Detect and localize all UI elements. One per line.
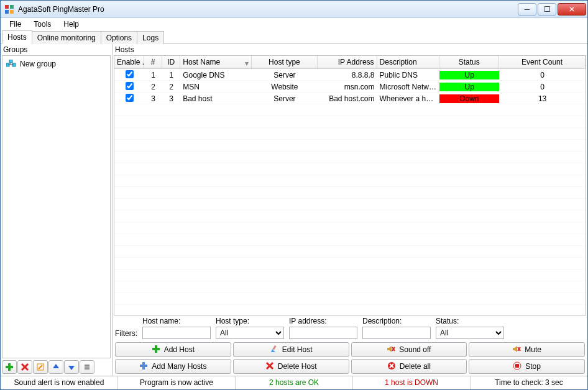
app-icon [4, 4, 14, 14]
svg-rect-23 [272, 345, 276, 350]
cell-host-type: Server [252, 71, 317, 79]
plus-icon [139, 361, 148, 372]
table-row[interactable]: 22MSNWebsitemsn.comMicrosoft Network ...… [114, 81, 586, 93]
cell-id: 2 [162, 83, 180, 91]
tree-item-new-group[interactable]: New group [5, 58, 108, 70]
close-button[interactable]: ✕ [558, 3, 586, 16]
cell-enable [114, 70, 144, 80]
window-title: AgataSoft PingMaster Pro [18, 5, 517, 14]
col-host-type[interactable]: Host type [252, 56, 317, 68]
status-sound: Sound alert is now enabled [1, 376, 118, 389]
filter-ip-input[interactable] [289, 327, 357, 339]
svg-marker-27 [513, 346, 517, 352]
svg-marker-22 [271, 349, 275, 352]
delete-all-button[interactable]: Delete all [351, 359, 467, 374]
filter-host-type-select[interactable]: All [216, 327, 284, 339]
delete-host-button[interactable]: Delete Host [233, 359, 349, 374]
tab-options[interactable]: Options [101, 31, 137, 44]
cell-status: Up [439, 71, 499, 79]
cell-host-type: Server [252, 94, 317, 103]
groups-panel: Groups New group [1, 44, 113, 376]
add-host-button[interactable]: Add Host [115, 342, 231, 357]
delete-group-button[interactable] [17, 360, 32, 374]
cell-description: Public DNS [377, 71, 440, 79]
menu-help[interactable]: Help [57, 19, 85, 30]
move-down-button[interactable] [64, 360, 79, 374]
maximize-button[interactable]: ☐ [538, 3, 556, 16]
table-row[interactable]: 11Google DNSServer8.8.8.8Public DNSUp0 [114, 69, 586, 81]
col-event-count[interactable]: Event Count [499, 56, 586, 68]
tab-online-monitoring[interactable]: Online monitoring [32, 31, 101, 44]
grid-header: Enable ... # ID Host Name▾ Host type IP … [114, 56, 586, 69]
col-description[interactable]: Description [377, 56, 440, 68]
filter-status-select[interactable]: All [436, 327, 504, 339]
svg-rect-0 [5, 5, 9, 9]
tab-logs[interactable]: Logs [137, 31, 164, 44]
filter-status-label: Status: [436, 317, 504, 325]
groups-tree[interactable]: New group [2, 55, 111, 358]
filters-label: Filters: [115, 329, 137, 339]
stop-button[interactable]: Stop [469, 359, 585, 374]
filter-host-name-label: Host name: [142, 317, 211, 325]
enable-checkbox[interactable] [126, 82, 134, 90]
edit-group-button[interactable] [33, 360, 48, 374]
list-button[interactable] [80, 360, 94, 374]
status-hosts-down: 1 host is DOWN [353, 376, 471, 389]
cell-status: Down [439, 94, 499, 103]
status-hosts-ok: 2 hosts are OK [236, 376, 353, 389]
svg-rect-3 [10, 10, 14, 14]
mute-button[interactable]: Mute [469, 342, 585, 357]
filter-host-type-label: Host type: [216, 317, 284, 325]
cell-event-count: 13 [499, 94, 586, 103]
cell-id: 1 [162, 71, 180, 79]
status-active: Program is now active [118, 376, 236, 389]
edit-host-button[interactable]: Edit Host [233, 342, 349, 357]
table-row[interactable]: 33Bad hostServerBad host.comWhenever a h… [114, 93, 586, 104]
svg-rect-1 [10, 5, 14, 9]
menu-tools[interactable]: Tools [27, 19, 57, 30]
titlebar: AgataSoft PingMaster Pro ─ ☐ ✕ [1, 1, 587, 18]
enable-checkbox[interactable] [126, 94, 134, 102]
mute-icon [512, 345, 521, 355]
filter-description-label: Description: [362, 317, 431, 325]
plus-icon [152, 345, 160, 355]
filter-host-name-input[interactable] [142, 327, 211, 339]
svg-rect-2 [5, 10, 9, 14]
group-icon [6, 60, 16, 68]
grid-body[interactable]: 11Google DNSServer8.8.8.8Public DNSUp022… [114, 69, 586, 315]
move-up-button[interactable] [48, 360, 63, 374]
action-buttons: Add Host Edit Host Sound off Mute Add Ma… [113, 340, 587, 376]
edit-icon [270, 345, 278, 355]
col-enable[interactable]: Enable ... [114, 56, 144, 68]
filter-description-input[interactable] [362, 327, 431, 339]
col-ip[interactable]: IP Address [318, 56, 377, 68]
cell-status: Up [439, 83, 499, 91]
tabstrip: Hosts Online monitoring Options Logs [1, 30, 587, 44]
cell-host-name: Google DNS [180, 71, 252, 79]
groups-label: Groups [1, 44, 112, 55]
cell-ip: Bad host.com [318, 94, 377, 103]
tab-hosts[interactable]: Hosts [2, 30, 32, 44]
svg-marker-16 [68, 366, 75, 370]
cell-event-count: 0 [499, 83, 586, 91]
cell-num: 3 [144, 94, 162, 103]
cell-event-count: 0 [499, 71, 586, 79]
enable-checkbox[interactable] [126, 70, 134, 78]
sound-off-button[interactable]: Sound off [351, 342, 467, 357]
window-buttons: ─ ☐ ✕ [517, 3, 586, 16]
add-group-button[interactable] [2, 360, 17, 374]
col-num[interactable]: # [144, 56, 162, 68]
window: AgataSoft PingMaster Pro ─ ☐ ✕ File Tool… [0, 0, 588, 390]
cell-num: 2 [144, 83, 162, 91]
col-host-name[interactable]: Host Name▾ [180, 56, 252, 68]
cell-host-name: Bad host [180, 94, 252, 103]
col-status[interactable]: Status [439, 56, 499, 68]
menu-file[interactable]: File [3, 19, 27, 30]
delete-icon [265, 361, 274, 372]
cell-host-name: MSN [180, 83, 252, 91]
col-id[interactable]: ID [162, 56, 180, 68]
statusbar: Sound alert is now enabled Program is no… [1, 376, 587, 389]
minimize-button[interactable]: ─ [518, 3, 536, 16]
add-many-hosts-button[interactable]: Add Many Hosts [115, 359, 231, 374]
svg-rect-6 [9, 60, 12, 63]
